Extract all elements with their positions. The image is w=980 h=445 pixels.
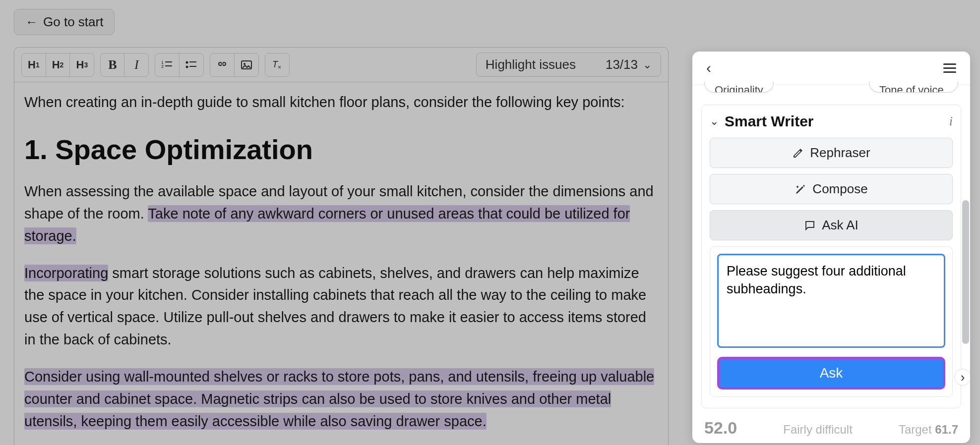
svg-rect-5 — [189, 61, 196, 62]
go-to-start-button[interactable]: ← Go to start — [14, 9, 115, 35]
toolbar: H1 H2 H3 B I 12 — [14, 48, 668, 82]
highlight-issues-box[interactable]: Highlight issues 13/13 ⌄ — [476, 53, 661, 77]
card-title-row[interactable]: ⌄ Smart Writer i — [710, 113, 953, 130]
ask-button-highlight: Ask — [717, 357, 945, 389]
go-to-start-label: Go to start — [43, 14, 103, 30]
chat-icon — [804, 220, 816, 231]
unordered-list-icon — [185, 60, 197, 70]
arrow-left-icon: ← — [25, 14, 38, 30]
format-group: B I — [100, 53, 149, 77]
heading-1: 1. Space Optimization — [24, 128, 658, 171]
h1-button[interactable]: H1 — [22, 54, 46, 76]
side-expand-icon[interactable]: › — [954, 369, 970, 386]
image-icon — [241, 60, 252, 70]
bold-button[interactable]: B — [101, 54, 124, 76]
clear-format-button[interactable]: T× — [265, 54, 289, 76]
paragraph-3: Consider using wall-mounted shelves or r… — [24, 366, 658, 433]
paragraph-1: When assessing the available space and l… — [24, 180, 658, 247]
paragraph-2: Incorporating smart storage solutions su… — [24, 262, 658, 351]
compose-button[interactable]: Compose — [710, 174, 953, 204]
edit-icon — [792, 147, 804, 159]
highlight-issues-label: Highlight issues — [486, 57, 576, 72]
svg-text:2: 2 — [161, 64, 164, 69]
svg-text:×: × — [278, 64, 281, 70]
assistant-panel: ‹ Originality Tone of voice ⌄ Smart Writ… — [692, 52, 970, 443]
panel-header: ‹ — [692, 52, 970, 85]
pill-row: Originality Tone of voice — [692, 82, 970, 93]
card-title: Smart Writer — [725, 113, 943, 130]
ordered-list-button[interactable]: 12 — [155, 54, 180, 76]
italic-button[interactable]: I — [124, 54, 148, 76]
svg-point-6 — [186, 65, 188, 68]
highlight-span: Incorporating — [24, 265, 108, 281]
ask-ai-button[interactable]: Ask AI — [710, 210, 953, 240]
hamburger-icon — [943, 63, 956, 73]
panel-back-button[interactable]: ‹ — [701, 56, 716, 79]
sparkle-pen-icon — [795, 183, 806, 195]
ask-submit-button[interactable]: Ask — [720, 359, 943, 387]
heading-group: H1 H2 H3 — [21, 53, 94, 77]
readability-row: 52.0 Fairly difficult Target 61.7 — [692, 408, 970, 438]
list-group: 12 — [155, 53, 204, 77]
image-button[interactable] — [235, 54, 258, 76]
issues-count: 13/13 — [606, 57, 638, 72]
editor: H1 H2 H3 B I 12 — [14, 47, 669, 445]
svg-point-9 — [244, 63, 245, 65]
h3-button[interactable]: H3 — [70, 54, 94, 76]
chevron-down-icon: ⌄ — [710, 115, 719, 128]
ask-area: Please suggest four additional subheadin… — [710, 246, 953, 397]
readability-label: Fairly difficult — [783, 423, 853, 437]
link-button[interactable] — [210, 54, 235, 76]
ask-textarea[interactable]: Please suggest four additional subheadin… — [717, 254, 945, 348]
originality-pill[interactable]: Originality — [704, 82, 774, 93]
intro-paragraph: When creating an in-depth guide to small… — [24, 91, 658, 113]
readability-score: 52.0 — [704, 418, 737, 438]
clear-format-icon: T× — [271, 59, 283, 70]
svg-point-4 — [186, 61, 188, 63]
tone-pill[interactable]: Tone of voice — [869, 82, 958, 93]
insert-group — [210, 53, 259, 77]
panel-menu-button[interactable] — [938, 60, 961, 76]
panel-scrollbar[interactable] — [962, 200, 969, 344]
unordered-list-button[interactable] — [180, 54, 203, 76]
link-icon — [216, 60, 228, 70]
ordered-list-icon: 12 — [161, 60, 173, 70]
document-content[interactable]: When creating an in-depth guide to small… — [14, 82, 668, 445]
h2-button[interactable]: H2 — [46, 54, 70, 76]
issues-count-wrap: 13/13 ⌄ — [606, 57, 652, 72]
chevron-left-icon: ‹ — [706, 59, 711, 76]
chevron-down-icon: ⌄ — [643, 58, 652, 71]
svg-rect-7 — [189, 66, 196, 67]
rephraser-button[interactable]: Rephraser — [710, 138, 953, 168]
clear-group: T× — [265, 53, 290, 77]
svg-rect-3 — [165, 65, 172, 66]
svg-rect-1 — [165, 61, 172, 62]
smart-writer-card: ⌄ Smart Writer i Rephraser Compose Ask A… — [701, 105, 961, 408]
info-icon[interactable]: i — [949, 114, 953, 129]
readability-target: Target 61.7 — [899, 423, 958, 437]
